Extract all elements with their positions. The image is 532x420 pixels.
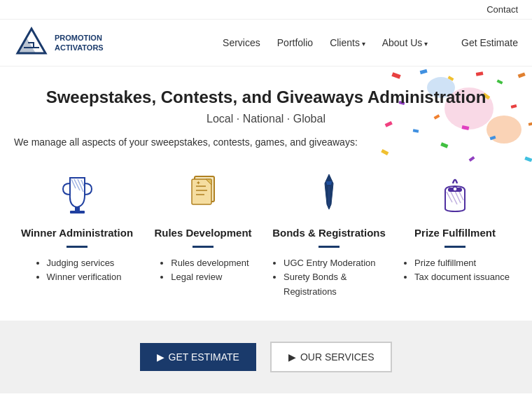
svg-rect-7 <box>420 69 428 74</box>
tie-icon <box>304 169 354 218</box>
card-divider <box>192 246 214 248</box>
get-estimate-button[interactable]: Get Estimate <box>461 37 518 48</box>
document-icon: ✦ <box>178 169 227 218</box>
card-divider <box>318 246 340 248</box>
hero-description: We manage all aspects of your sweepstake… <box>14 136 518 148</box>
card-rules-development: ✦ Rules Development Rules development Le… <box>144 169 262 300</box>
services-icon: ▶ <box>288 351 296 363</box>
card-winner-administration: Winner Administration Judging services W… <box>18 169 136 300</box>
contact-link[interactable]: Contact <box>486 4 518 15</box>
get-estimate-cta-button[interactable]: ▶ GET ESTIMATE <box>140 343 256 371</box>
nav-services[interactable]: Services <box>223 37 260 48</box>
svg-rect-17 <box>524 156 532 162</box>
svg-point-48 <box>453 187 457 191</box>
card-list-rules: Rules development Legal review <box>157 256 248 286</box>
hero-section: Sweepstakes, Contests, and Giveaways Adm… <box>0 66 532 162</box>
nav-links: Services Portfolio Clients About Us Get … <box>223 37 518 48</box>
svg-rect-19 <box>461 125 469 130</box>
logo[interactable]: PROMOTION ACTIVATORS <box>14 25 104 60</box>
svg-rect-10 <box>497 79 503 84</box>
footer-cta-section: ▶ GET ESTIMATE ▶ OUR SERVICES <box>0 321 532 393</box>
card-bonds-registrations: Bonds & Registrations UGC Entry Moderati… <box>270 169 388 300</box>
our-services-label: OUR SERVICES <box>300 351 374 363</box>
logo-icon <box>14 25 49 60</box>
services-cards: Winner Administration Judging services W… <box>0 162 532 321</box>
logo-text: PROMOTION ACTIVATORS <box>55 33 104 53</box>
card-title-rules: Rules Development <box>154 226 251 240</box>
purse-icon <box>430 169 479 218</box>
hero-title: Sweepstakes, Contests, and Giveaways Adm… <box>14 88 518 107</box>
hero-subtitle: Local · National · Global <box>14 113 518 125</box>
card-list-bonds: UGC Entry Moderation Surety Bonds & Regi… <box>270 256 388 300</box>
trophy-icon <box>52 169 102 218</box>
nav-about[interactable]: About Us <box>382 37 428 48</box>
svg-rect-8 <box>448 76 454 80</box>
get-estimate-label: GET ESTIMATE <box>169 351 239 363</box>
card-list-prize: Prize fulfillment Tax document issuance <box>400 256 510 286</box>
svg-rect-32 <box>70 211 85 214</box>
estimate-icon: ▶ <box>157 351 164 363</box>
svg-rect-6 <box>391 72 400 79</box>
card-list-winner: Judging services Winner verification <box>33 256 122 286</box>
top-bar: Contact <box>0 0 532 20</box>
svg-rect-14 <box>413 129 419 132</box>
svg-rect-34 <box>192 179 211 204</box>
svg-rect-24 <box>469 156 475 162</box>
card-divider <box>66 246 88 248</box>
nav-portfolio[interactable]: Portfolio <box>277 37 313 48</box>
svg-rect-26 <box>528 122 532 126</box>
card-title-winner: Winner Administration <box>21 226 133 240</box>
svg-rect-21 <box>381 149 388 155</box>
svg-text:✦: ✦ <box>196 180 201 186</box>
card-prize-fulfillment: Prize Fulfillment Prize fulfillment Tax … <box>396 169 514 300</box>
our-services-button[interactable]: ▶ OUR SERVICES <box>270 342 393 372</box>
svg-rect-9 <box>476 71 484 76</box>
svg-marker-41 <box>326 181 332 185</box>
svg-rect-11 <box>518 72 526 78</box>
card-divider <box>444 246 465 248</box>
card-title-prize: Prize Fulfillment <box>414 226 496 240</box>
nav-clients[interactable]: Clients <box>330 37 365 48</box>
card-title-bonds: Bonds & Registrations <box>272 226 386 240</box>
navigation: PROMOTION ACTIVATORS Services Portfolio … <box>0 20 532 66</box>
